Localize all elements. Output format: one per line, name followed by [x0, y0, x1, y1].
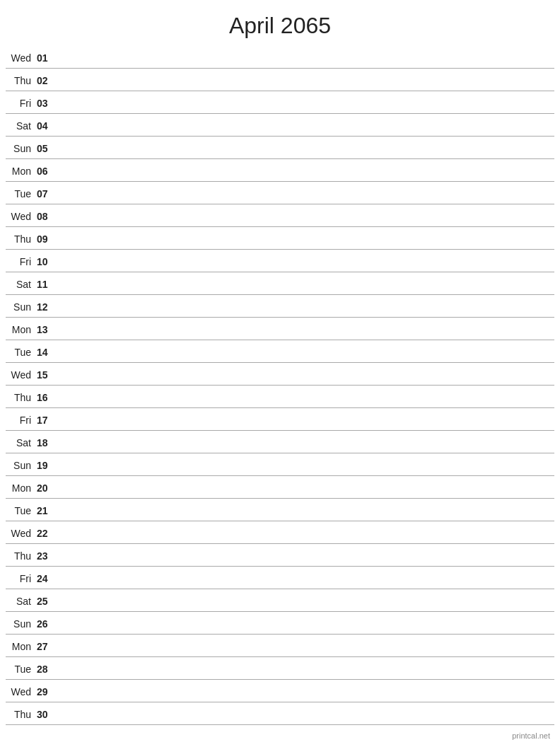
day-name: Thu: [6, 75, 35, 86]
day-number: 29: [35, 686, 55, 697]
day-number: 06: [35, 166, 55, 177]
day-row: Thu30: [6, 702, 554, 725]
day-name: Wed: [6, 686, 35, 697]
day-line: [55, 352, 554, 352]
day-row: Mon13: [6, 318, 554, 340]
day-row: Mon20: [6, 476, 554, 499]
day-name: Tue: [6, 505, 35, 516]
day-name: Tue: [6, 347, 35, 358]
day-number: 05: [35, 143, 55, 154]
day-line: [55, 555, 554, 556]
day-name: Thu: [6, 709, 35, 720]
day-number: 01: [35, 52, 55, 64]
day-row: Sat11: [6, 272, 554, 295]
day-row: Wed08: [6, 204, 554, 227]
day-row: Wed22: [6, 521, 554, 544]
day-row: Sun12: [6, 295, 554, 318]
day-number: 17: [35, 415, 55, 426]
day-number: 23: [35, 550, 55, 562]
day-name: Sat: [6, 120, 35, 132]
page-title: April 2065: [0, 0, 560, 46]
footer-text: printcal.net: [512, 731, 550, 740]
day-line: [55, 487, 554, 488]
day-line: [55, 261, 554, 262]
day-row: Thu09: [6, 227, 554, 250]
day-name: Fri: [6, 98, 35, 109]
day-line: [55, 646, 554, 647]
day-line: [55, 465, 554, 465]
day-line: [55, 103, 554, 103]
day-row: Mon06: [6, 159, 554, 182]
day-line: [55, 306, 554, 307]
day-row: Tue28: [6, 657, 554, 680]
day-line: [55, 623, 554, 624]
day-name: Mon: [6, 482, 35, 494]
day-line: [55, 148, 554, 149]
day-line: [55, 238, 554, 239]
day-name: Sat: [6, 279, 35, 290]
day-number: 18: [35, 437, 55, 448]
day-line: [55, 80, 554, 81]
day-row: Sat18: [6, 431, 554, 453]
day-name: Mon: [6, 324, 35, 335]
day-number: 03: [35, 98, 55, 109]
day-row: Thu23: [6, 544, 554, 567]
day-number: 19: [35, 460, 55, 471]
day-row: Wed15: [6, 363, 554, 386]
day-name: Thu: [6, 392, 35, 403]
day-row: Tue07: [6, 182, 554, 204]
day-number: 09: [35, 233, 55, 245]
day-name: Thu: [6, 233, 35, 245]
day-row: Wed01: [6, 46, 554, 69]
day-name: Sun: [6, 301, 35, 313]
day-line: [55, 329, 554, 330]
day-number: 14: [35, 347, 55, 358]
calendar-rows: Wed01Thu02Fri03Sat04Sun05Mon06Tue07Wed08…: [0, 46, 560, 725]
day-row: Tue14: [6, 340, 554, 363]
day-line: [55, 668, 554, 669]
day-name: Wed: [6, 369, 35, 381]
day-name: Mon: [6, 641, 35, 652]
day-row: Sat04: [6, 114, 554, 137]
day-line: [55, 533, 554, 533]
day-row: Mon27: [6, 635, 554, 657]
day-row: Fri17: [6, 408, 554, 431]
day-line: [55, 691, 554, 692]
day-row: Sun19: [6, 453, 554, 476]
day-number: 21: [35, 505, 55, 516]
day-row: Thu02: [6, 69, 554, 91]
day-number: 07: [35, 188, 55, 199]
day-number: 24: [35, 573, 55, 584]
day-name: Sun: [6, 460, 35, 471]
day-number: 25: [35, 596, 55, 607]
day-line: [55, 578, 554, 579]
day-number: 08: [35, 211, 55, 222]
day-number: 28: [35, 664, 55, 675]
day-row: Sun05: [6, 137, 554, 159]
day-name: Tue: [6, 188, 35, 199]
day-row: Tue21: [6, 499, 554, 521]
day-number: 13: [35, 324, 55, 335]
day-name: Wed: [6, 52, 35, 64]
day-line: [55, 510, 554, 511]
day-line: [55, 714, 554, 714]
day-line: [55, 397, 554, 398]
day-number: 11: [35, 279, 55, 290]
day-number: 22: [35, 528, 55, 539]
day-row: Thu16: [6, 386, 554, 408]
day-line: [55, 125, 554, 126]
day-number: 27: [35, 641, 55, 652]
day-number: 30: [35, 709, 55, 720]
day-number: 16: [35, 392, 55, 403]
day-line: [55, 419, 554, 420]
day-name: Fri: [6, 573, 35, 584]
day-name: Mon: [6, 166, 35, 177]
day-row: Wed29: [6, 680, 554, 702]
day-number: 04: [35, 120, 55, 132]
day-name: Wed: [6, 211, 35, 222]
day-number: 02: [35, 75, 55, 86]
day-name: Sun: [6, 143, 35, 154]
day-name: Wed: [6, 528, 35, 539]
day-number: 26: [35, 618, 55, 630]
day-line: [55, 216, 554, 216]
